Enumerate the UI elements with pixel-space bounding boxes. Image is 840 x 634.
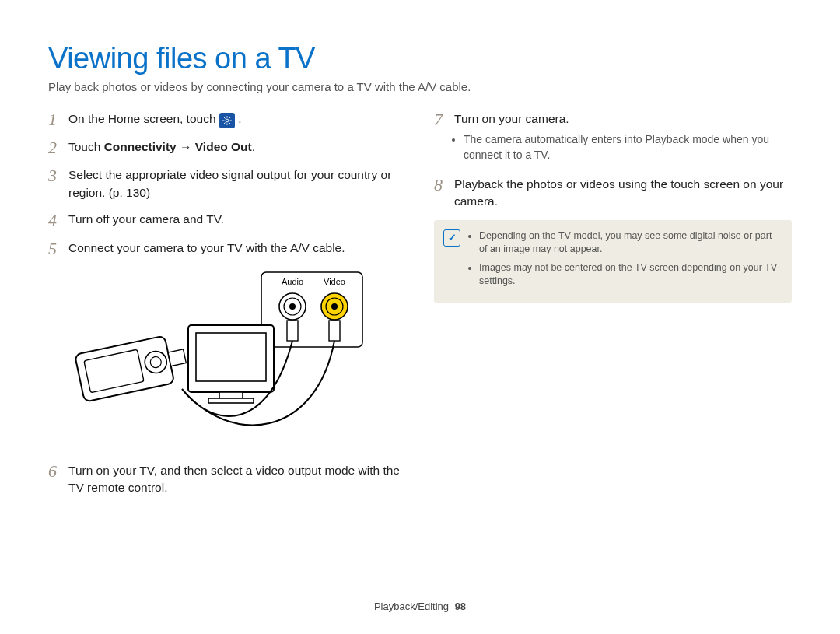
step-number: 3 (48, 166, 68, 185)
page-footer: Playback/Editing 98 (0, 601, 840, 612)
step-3: 3 Select the appropriate video signal ou… (48, 166, 406, 201)
step-text-bold: Video Out (195, 140, 252, 153)
svg-point-15 (331, 303, 338, 310)
svg-line-5 (224, 117, 226, 119)
svg-rect-16 (287, 321, 298, 341)
manual-page: Viewing files on a TV Play back photos o… (0, 0, 840, 634)
audio-label: Audio (282, 277, 303, 286)
step-body: Connect your camera to your TV with the … (68, 240, 406, 257)
note-item: Images may not be centered on the TV scr… (479, 261, 781, 289)
step-text-arrow: → (177, 140, 195, 153)
svg-point-0 (226, 119, 229, 122)
step-body: Select the appropriate video signal outp… (68, 166, 406, 201)
tv-icon (188, 325, 274, 403)
svg-rect-20 (219, 392, 243, 398)
step-body: Touch Connectivity → Video Out. (68, 138, 406, 156)
right-column: 7 Turn on your camera. The camera automa… (434, 110, 792, 506)
svg-line-8 (229, 117, 230, 119)
step-number: 7 (434, 110, 454, 129)
page-subtitle: Play back photos or videos by connecting… (48, 80, 792, 93)
step-4: 4 Turn off your camera and TV. (48, 211, 406, 229)
svg-rect-17 (329, 321, 340, 341)
step-text-end: . (252, 140, 255, 153)
step-number: 4 (48, 211, 68, 229)
note-icon: ✓ (443, 229, 460, 247)
svg-rect-19 (196, 333, 266, 381)
camera-icon (75, 332, 190, 401)
svg-line-7 (224, 122, 226, 124)
step-1: 1 On the Home screen, touch (48, 110, 406, 129)
footer-page-number: 98 (455, 601, 466, 612)
settings-icon (219, 113, 235, 128)
steps-right: 7 Turn on your camera. The camera automa… (434, 110, 792, 211)
av-panel: Audio Video (261, 272, 362, 347)
step-5: 5 Connect your camera to your TV with th… (48, 240, 406, 258)
note-list: Depending on the TV model, you may see s… (468, 229, 781, 289)
step-number: 2 (48, 138, 68, 157)
step-sub-bullets: The camera automatically enters into Pla… (464, 132, 792, 163)
step-text-end: . (238, 112, 241, 125)
step-body: On the Home screen, touch (68, 110, 406, 128)
step-text: Touch (68, 140, 104, 153)
step-number: 5 (48, 240, 68, 258)
steps-left: 1 On the Home screen, touch (48, 110, 406, 258)
step-2: 2 Touch Connectivity → Video Out. (48, 138, 406, 157)
step-8: 8 Playback the photos or videos using th… (434, 176, 792, 211)
connection-diagram: Audio Video (67, 268, 406, 450)
bullet-item: The camera automatically enters into Pla… (464, 132, 792, 163)
svg-point-12 (289, 303, 296, 310)
step-text: Turn on your camera. (454, 112, 569, 125)
video-label: Video (324, 277, 345, 286)
step-number: 6 (48, 462, 68, 481)
step-text-bold: Connectivity (104, 140, 177, 153)
step-body: Turn on your camera. The camera automati… (454, 110, 792, 166)
step-text: On the Home screen, touch (68, 112, 219, 125)
step-body: Turn on your TV, and then select a video… (68, 462, 406, 497)
step-body: Playback the photos or videos using the … (454, 176, 792, 211)
step-body: Turn off your camera and TV. (68, 211, 406, 228)
note-item: Depending on the TV model, you may see s… (479, 229, 781, 257)
step-6: 6 Turn on your TV, and then select a vid… (48, 462, 406, 497)
steps-left-cont: 6 Turn on your TV, and then select a vid… (48, 462, 406, 497)
svg-rect-26 (168, 349, 186, 366)
left-column: 1 On the Home screen, touch (48, 110, 406, 506)
step-7: 7 Turn on your camera. The camera automa… (434, 110, 792, 166)
svg-line-6 (229, 122, 230, 124)
content-columns: 1 On the Home screen, touch (48, 110, 792, 506)
step-number: 1 (48, 110, 68, 129)
svg-rect-21 (208, 398, 254, 403)
note-box: ✓ Depending on the TV model, you may see… (434, 220, 792, 303)
page-title: Viewing files on a TV (48, 42, 792, 75)
footer-section: Playback/Editing (374, 601, 449, 612)
step-number: 8 (434, 176, 454, 194)
